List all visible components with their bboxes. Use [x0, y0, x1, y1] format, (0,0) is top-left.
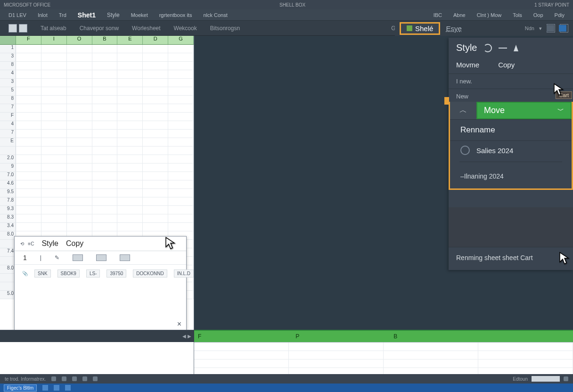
sheet-style-link[interactable]: Esye [446, 24, 461, 33]
menu-rgrt[interactable]: rgrtentboox its [156, 11, 195, 19]
tool-bits[interactable]: Bitsonrogsn [207, 24, 243, 33]
tool-chavepor[interactable]: Chavepor sonw [77, 24, 122, 33]
cell[interactable] [41, 70, 67, 79]
cell[interactable] [143, 62, 168, 70]
cell[interactable] [16, 62, 41, 70]
col-header[interactable]: O [67, 36, 92, 44]
cell[interactable] [67, 155, 92, 163]
row-header[interactable]: 3 [0, 53, 16, 62]
menu-nlck[interactable]: nlck Const [200, 11, 230, 19]
cell[interactable] [92, 70, 118, 79]
zoom-indicator[interactable] [532, 376, 560, 382]
cell[interactable] [143, 155, 168, 163]
row-header[interactable]: 9.5 [0, 189, 16, 197]
row-header[interactable]: 8 [0, 62, 16, 70]
cell[interactable] [92, 113, 118, 121]
cell[interactable] [41, 138, 67, 147]
cell[interactable] [41, 147, 67, 155]
status-dot[interactable] [564, 376, 568, 381]
menu-shet1[interactable]: Shet1 [75, 10, 98, 20]
col-header[interactable]: I [41, 36, 67, 44]
task-icon[interactable] [54, 385, 59, 391]
row-header[interactable]: 8.0 [0, 265, 16, 274]
cell[interactable] [143, 206, 168, 214]
task-icon[interactable] [42, 385, 48, 391]
cell[interactable] [16, 223, 41, 231]
menu-ibc[interactable]: IBC [431, 11, 445, 19]
cell[interactable] [117, 138, 143, 147]
cell[interactable] [117, 163, 143, 172]
strip-icon-2[interactable] [559, 25, 566, 32]
cell[interactable] [41, 113, 67, 121]
col-header[interactable]: D [143, 36, 168, 44]
cell[interactable] [16, 189, 41, 197]
brush-icon[interactable]: ✎ [55, 254, 59, 261]
cell[interactable] [16, 113, 41, 121]
cell[interactable] [41, 79, 67, 87]
context-movme[interactable]: Movme [456, 61, 479, 69]
dd-sales-2024[interactable]: Saliеs 2024 [450, 141, 572, 160]
cell[interactable] [16, 163, 41, 172]
cell[interactable] [41, 223, 67, 231]
cell[interactable] [168, 172, 194, 180]
ndn-label[interactable]: Ndn [525, 25, 534, 31]
cell[interactable] [168, 214, 194, 223]
cell[interactable] [168, 70, 194, 79]
status-dot[interactable] [72, 376, 77, 381]
cell[interactable] [117, 214, 143, 223]
menu-clnt[interactable]: Clnt ) Mow [474, 11, 505, 19]
cell[interactable] [41, 163, 67, 172]
cell[interactable] [168, 79, 194, 87]
cell[interactable] [16, 79, 41, 87]
cell[interactable] [143, 70, 168, 79]
cell[interactable] [16, 155, 41, 163]
cell[interactable] [67, 45, 92, 53]
cell[interactable] [143, 87, 168, 96]
col-header[interactable]: E [117, 36, 143, 44]
cell[interactable] [67, 79, 92, 87]
cell[interactable] [16, 138, 41, 147]
cell[interactable] [41, 121, 67, 130]
cell[interactable] [168, 62, 194, 70]
row-header[interactable]: F [0, 113, 16, 121]
col-header-2[interactable]: B [393, 333, 397, 340]
row-header[interactable]: 1 [0, 45, 16, 53]
cell[interactable] [117, 53, 143, 62]
cell[interactable] [117, 206, 143, 214]
dd-ilnaning-2024[interactable]: –Ilnaning 2024 [450, 164, 572, 188]
row-header[interactable]: 7.0 [0, 172, 16, 180]
cell[interactable] [117, 121, 143, 130]
props-mini-icons[interactable]: ⟲ ≡C [20, 241, 34, 246]
cell[interactable] [168, 189, 194, 197]
cell[interactable] [143, 104, 168, 113]
row-header[interactable]: 4.6 [0, 180, 16, 189]
bottom-grid-body[interactable] [194, 342, 573, 376]
row-header[interactable] [0, 274, 16, 282]
cell[interactable] [92, 223, 118, 231]
col-header[interactable]: G [168, 36, 194, 44]
arrow-up-icon[interactable] [514, 45, 518, 51]
cell[interactable] [92, 206, 118, 214]
cell[interactable] [117, 87, 143, 96]
cell[interactable] [92, 121, 118, 130]
cell[interactable] [92, 45, 118, 53]
cell[interactable] [117, 172, 143, 180]
cell[interactable] [168, 45, 194, 53]
tool-wekcook[interactable]: Wekcook [171, 24, 200, 33]
cell[interactable] [143, 96, 168, 104]
cell[interactable] [168, 104, 194, 113]
row-header[interactable]: 4 [0, 121, 16, 130]
cell[interactable] [117, 45, 143, 53]
row-header[interactable]: 7 [0, 104, 16, 113]
cell[interactable] [168, 130, 194, 138]
cell[interactable] [67, 96, 92, 104]
row-header[interactable]: 5.0 [0, 291, 16, 299]
strip-icon[interactable] [547, 25, 554, 32]
tool-iconset[interactable] [6, 23, 30, 33]
cell[interactable] [117, 70, 143, 79]
status-dot[interactable] [93, 376, 98, 381]
cell[interactable] [41, 206, 67, 214]
cell[interactable] [67, 147, 92, 155]
minimize-icon[interactable] [499, 48, 507, 49]
tool-tat[interactable]: Tat alseab [38, 24, 69, 33]
